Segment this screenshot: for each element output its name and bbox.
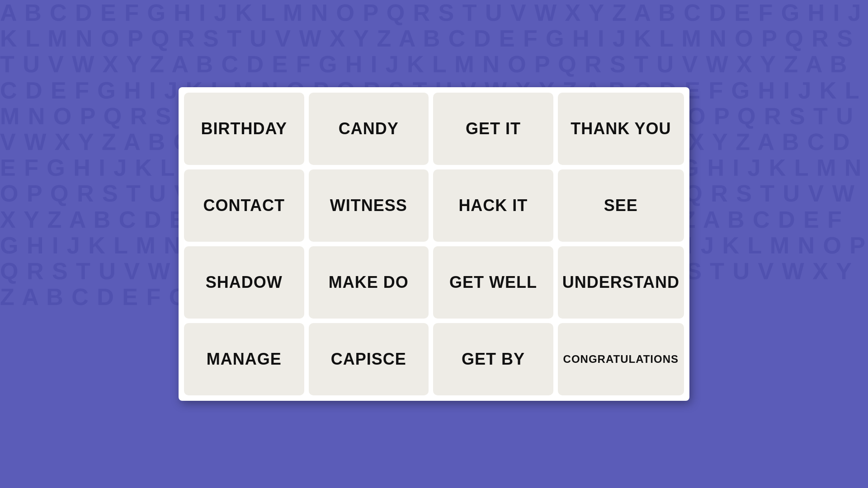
card-get-well[interactable]: GET WELL [433,246,553,319]
card-hack-it[interactable]: HACK IT [433,169,553,242]
card-birthday[interactable]: BIRTHDAY [184,93,304,165]
card-label-understand: UNDERSTAND [558,273,684,291]
card-manage[interactable]: MANAGE [184,323,304,395]
card-label-birthday: BIRTHDAY [196,120,292,138]
card-witness[interactable]: WITNESS [309,169,429,242]
card-label-witness: WITNESS [326,197,412,215]
card-label-get-by: GET BY [457,350,529,368]
card-make-do[interactable]: MAKE DO [309,246,429,319]
card-get-by[interactable]: GET BY [433,323,553,395]
grid-container: BIRTHDAYCANDYGET ITTHANK YOUCONTACTWITNE… [179,87,689,401]
card-label-candy: CANDY [334,120,403,138]
card-label-contact: CONTACT [199,197,289,215]
card-label-capisce: CAPISCE [326,350,411,368]
card-see[interactable]: SEE [558,169,684,242]
cards-grid: BIRTHDAYCANDYGET ITTHANK YOUCONTACTWITNE… [184,93,684,395]
card-label-congratulations: CONGRATULATIONS [559,353,683,365]
card-capisce[interactable]: CAPISCE [309,323,429,395]
card-thank-you[interactable]: THANK YOU [558,93,684,165]
card-label-make-do: MAKE DO [324,273,413,291]
card-contact[interactable]: CONTACT [184,169,304,242]
card-label-thank-you: THANK YOU [566,120,675,138]
card-label-get-it: GET IT [461,120,525,138]
card-label-shadow: SHADOW [201,273,287,291]
card-congratulations[interactable]: CONGRATULATIONS [558,323,684,395]
card-label-manage: MANAGE [202,350,286,368]
card-label-see: SEE [599,197,642,215]
card-label-hack-it: HACK IT [454,197,532,215]
card-label-get-well: GET WELL [445,273,542,291]
card-understand[interactable]: UNDERSTAND [558,246,684,319]
card-get-it[interactable]: GET IT [433,93,553,165]
card-candy[interactable]: CANDY [309,93,429,165]
card-shadow[interactable]: SHADOW [184,246,304,319]
